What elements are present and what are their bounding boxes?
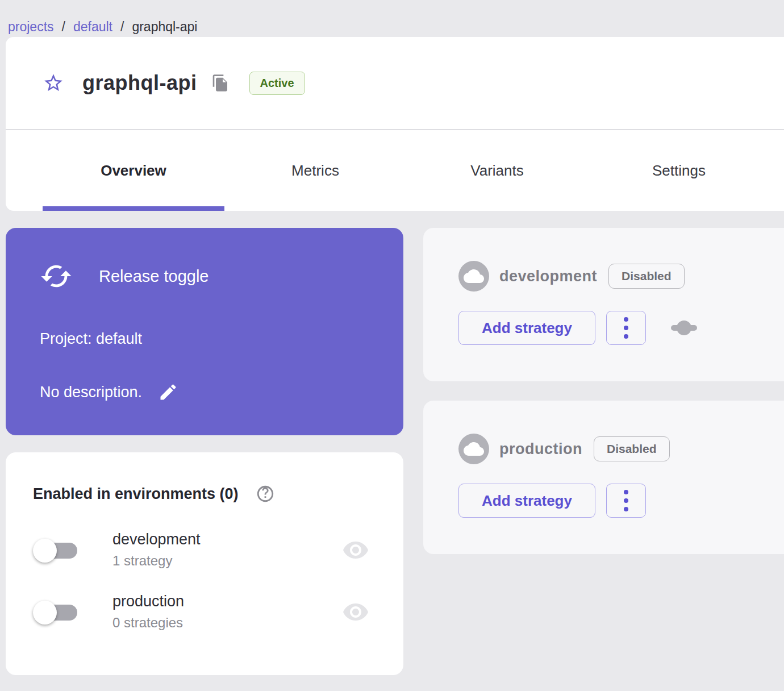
breadcrumb: projects / default / graphql-api — [0, 0, 784, 37]
status-badge: Active — [249, 72, 305, 95]
breadcrumb-separator: / — [62, 19, 65, 35]
environment-status-chip: Disabled — [594, 436, 670, 461]
environment-name: production — [499, 440, 582, 458]
add-strategy-button[interactable]: Add strategy — [458, 484, 595, 518]
copy-icon[interactable] — [211, 73, 230, 93]
environment-card-actions: Add strategy — [458, 484, 784, 518]
kebab-icon — [624, 490, 628, 494]
toggle-type-row: Release toggle — [40, 256, 375, 293]
feature-title-row: graphql-api Active — [6, 37, 784, 129]
toggle-type-label: Release toggle — [99, 267, 208, 286]
env-toggle-texts: development 1 strategy — [112, 531, 201, 569]
environment-card-production: production Disabled Add strategy — [423, 401, 784, 554]
environment-name: development — [499, 268, 597, 285]
switch-knob — [33, 539, 57, 563]
cloud-icon — [458, 434, 489, 464]
env-strategy-count: 1 strategy — [112, 553, 201, 569]
more-options-button[interactable] — [606, 484, 646, 518]
breadcrumb-current: graphql-api — [132, 19, 197, 35]
breadcrumb-separator: / — [120, 19, 124, 35]
favorite-star-icon[interactable] — [43, 72, 64, 94]
feature-header-card: graphql-api Active Overview Metrics Vari… — [6, 37, 784, 211]
enabled-environments-title: Enabled in environments (0) — [33, 485, 239, 503]
development-toggle-switch[interactable] — [33, 535, 83, 565]
add-strategy-button[interactable]: Add strategy — [458, 311, 595, 345]
tab-overview[interactable]: Overview — [43, 130, 224, 211]
env-toggle-texts: production 0 strategies — [112, 593, 184, 631]
enabled-environments-header: Enabled in environments (0) — [33, 484, 378, 503]
env-toggle-row-development: development 1 strategy — [33, 531, 378, 569]
switch-knob — [33, 601, 57, 625]
enabled-environments-card: Enabled in environments (0) development … — [6, 452, 403, 675]
breadcrumb-link-default[interactable]: default — [73, 19, 112, 35]
environment-card-header: production Disabled — [458, 434, 784, 464]
kebab-icon — [624, 317, 628, 322]
env-toggle-row-production: production 0 strategies — [33, 593, 378, 631]
kebab-icon — [624, 507, 628, 511]
tab-variants[interactable]: Variants — [406, 130, 588, 211]
tab-metrics[interactable]: Metrics — [224, 130, 406, 211]
toggle-overview-card: Release toggle Project: default No descr… — [6, 228, 403, 435]
environment-status-chip: Disabled — [608, 264, 685, 289]
visibility-eye-icon[interactable] — [342, 598, 369, 626]
rollout-slider-icon — [671, 319, 697, 336]
description-label: No description. — [40, 384, 142, 401]
kebab-icon — [624, 326, 628, 330]
tab-bar: Overview Metrics Variants Settings — [6, 130, 784, 211]
project-label: Project: default — [40, 330, 375, 348]
cloud-icon — [458, 261, 489, 292]
help-icon[interactable] — [256, 484, 275, 503]
page-title: graphql-api — [82, 71, 197, 95]
active-tab-indicator — [43, 206, 224, 211]
env-strategy-count: 0 strategies — [112, 615, 184, 631]
main-content: Release toggle Project: default No descr… — [6, 228, 784, 675]
visibility-eye-icon[interactable] — [342, 536, 369, 564]
kebab-icon — [624, 498, 628, 503]
release-loop-icon — [40, 260, 73, 293]
right-column: development Disabled Add strategy — [423, 228, 784, 554]
environment-card-actions: Add strategy — [458, 311, 784, 345]
kebab-icon — [624, 334, 628, 339]
env-toggle-name: development — [112, 531, 201, 548]
env-toggle-name: production — [112, 593, 184, 610]
more-options-button[interactable] — [606, 311, 646, 345]
edit-description-icon[interactable] — [157, 381, 180, 403]
left-column: Release toggle Project: default No descr… — [6, 228, 403, 675]
environment-card-development: development Disabled Add strategy — [423, 228, 784, 381]
breadcrumb-link-projects[interactable]: projects — [8, 19, 54, 35]
description-row: No description. — [40, 381, 375, 403]
environment-card-header: development Disabled — [458, 261, 784, 292]
tab-settings[interactable]: Settings — [588, 130, 770, 211]
production-toggle-switch[interactable] — [33, 597, 83, 627]
